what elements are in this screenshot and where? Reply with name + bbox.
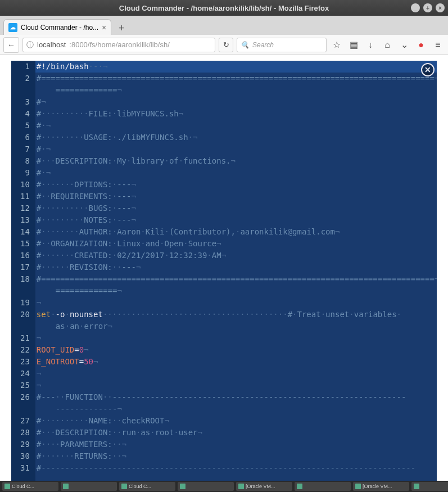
code-area[interactable]: #!/bin/bash·-·¬#========================… xyxy=(35,61,437,481)
line-number: 10 xyxy=(19,179,30,191)
code-line[interactable]: #=======================================… xyxy=(35,273,437,285)
line-number: 15 xyxy=(19,238,30,250)
code-line-wrap[interactable]: -------------¬ xyxy=(35,403,437,415)
taskbar-item[interactable] xyxy=(411,482,448,491)
tab-close-icon[interactable]: × xyxy=(102,23,106,32)
code-line[interactable]: #·······RETURNS:··¬ xyxy=(35,450,437,462)
code-line[interactable]: #·¬ xyxy=(35,143,437,155)
line-number: 26 xyxy=(19,391,30,403)
code-line[interactable]: #·······OPTIONS:·---¬ xyxy=(35,179,437,191)
code-line[interactable]: #··········NAME:··checkROOT¬ xyxy=(35,415,437,427)
menu-icon[interactable]: ≡ xyxy=(431,38,445,52)
line-number: 29 xyxy=(19,439,30,450)
code-line[interactable]: ¬ xyxy=(35,297,437,309)
search-icon: 🔍 xyxy=(241,41,249,49)
code-line[interactable]: #!/bin/bash·-·¬ xyxy=(35,61,437,73)
code-line-wrap[interactable]: =============¬ xyxy=(35,285,437,297)
code-line[interactable]: E_NOTROOT=50¬ xyxy=(35,356,437,368)
code-line[interactable]: ¬ xyxy=(35,380,437,391)
taskbar-app-icon xyxy=(63,484,69,489)
line-number: 16 xyxy=(19,250,30,261)
search-placeholder: Search xyxy=(252,41,274,49)
window-controls: _ + × xyxy=(411,3,445,12)
line-number: 14 xyxy=(19,226,30,238)
taskbar-app-icon xyxy=(414,484,419,489)
os-taskbar: Cloud C...Cloud C...[Oracle VM...[Oracle… xyxy=(0,481,448,492)
line-number: 4 xyxy=(19,108,30,120)
code-line[interactable]: #·········USAGE:·./libMYFUNCS.sh·¬ xyxy=(35,132,437,143)
taskbar-app-icon xyxy=(238,484,244,489)
taskbar-item[interactable] xyxy=(295,482,351,491)
taskbar-item[interactable]: [Oracle VM... xyxy=(236,482,292,491)
taskbar-item[interactable]: Cloud C... xyxy=(2,482,58,491)
url-host: localhost xyxy=(37,40,66,49)
viewer-close-button[interactable]: ✕ xyxy=(421,63,435,76)
code-line-wrap[interactable]: as·an·error¬ xyxy=(35,321,437,332)
taskbar-item[interactable]: [Oracle VM... xyxy=(353,482,409,491)
taskbar-item-label: [Oracle VM... xyxy=(246,484,275,489)
code-line[interactable]: #·········NOTES:·---¬ xyxy=(35,214,437,226)
code-line[interactable]: #··········BUGS:·---¬ xyxy=(35,202,437,214)
code-line[interactable]: #····PARAMETERS:··¬ xyxy=(35,439,437,450)
code-line[interactable]: #·······CREATED:·02/21/2017·12:32:39·AM¬ xyxy=(35,250,437,261)
code-line[interactable]: ¬ xyxy=(35,368,437,380)
code-line[interactable]: #·¬ xyxy=(35,120,437,132)
line-number: 5 xyxy=(19,120,30,132)
line-number: 1 xyxy=(19,61,30,73)
line-number: 19 xyxy=(19,297,30,309)
taskbar-item[interactable]: Cloud C... xyxy=(119,482,175,491)
downloads-icon[interactable]: ↓ xyxy=(364,38,377,52)
code-line[interactable]: #·¬ xyxy=(35,167,437,179)
line-number-gutter: 1234567891011121314151617181920212223242… xyxy=(11,61,35,481)
maximize-button[interactable]: + xyxy=(423,3,432,12)
back-button[interactable]: ← xyxy=(3,37,19,53)
code-editor[interactable]: 1234567891011121314151617181920212223242… xyxy=(11,61,437,481)
line-number: 13 xyxy=(19,214,30,226)
pocket-icon[interactable]: ⌄ xyxy=(397,38,411,52)
taskbar-item-label: Cloud C... xyxy=(129,484,151,489)
taskbar-app-icon xyxy=(4,484,10,489)
code-line[interactable]: set·-o·nounset··························… xyxy=(35,309,437,321)
taskbar-app-icon xyxy=(121,484,127,489)
taskbar-item[interactable] xyxy=(178,482,234,491)
code-line[interactable]: #··ORGANIZATION:·Linux·and·Open·Source¬ xyxy=(35,238,437,250)
code-line[interactable]: #¬ xyxy=(35,96,437,108)
line-number: 28 xyxy=(19,427,30,439)
code-line[interactable]: #······REVISION:··---¬ xyxy=(35,261,437,273)
reload-button[interactable]: ↻ xyxy=(219,38,233,52)
code-line-wrap[interactable]: =============¬ xyxy=(35,84,437,96)
line-number: 11 xyxy=(19,191,30,202)
taskbar-item-label: [Oracle VM... xyxy=(363,484,392,489)
url-input[interactable]: ⓘ localhost:8000/fs/home/aaronkilik/lib/… xyxy=(22,38,215,52)
taskbar-item[interactable] xyxy=(61,482,117,491)
bookmark-star-icon[interactable]: ☆ xyxy=(330,38,343,52)
line-number: 3 xyxy=(19,96,30,108)
code-line[interactable]: #=======================================… xyxy=(35,73,437,84)
code-line[interactable]: #··········FILE:·libMYFUNCS.sh¬ xyxy=(35,108,437,120)
minimize-button[interactable]: _ xyxy=(411,3,420,12)
tab-favicon-icon: ☁ xyxy=(8,23,17,32)
code-line[interactable]: #··REQUIREMENTS:·---¬ xyxy=(35,191,437,202)
close-button[interactable]: × xyxy=(436,3,445,12)
browser-window: Cloud Commander - /home/aaronkilik/lib/s… xyxy=(0,0,448,492)
home-icon[interactable]: ⌂ xyxy=(381,38,394,52)
line-number: 31 xyxy=(19,462,30,474)
pinterest-icon[interactable]: ● xyxy=(414,38,428,52)
site-info-icon[interactable]: ⓘ xyxy=(26,40,34,50)
line-number: 9 xyxy=(19,167,30,179)
code-line[interactable]: #---------------------------------------… xyxy=(35,462,437,474)
file-viewer: ✕ 12345678910111213141516171819202122232… xyxy=(11,61,437,481)
url-toolbar: ← ⓘ localhost:8000/fs/home/aaronkilik/li… xyxy=(0,35,448,55)
code-line[interactable]: #········AUTHOR:·Aaron·Kili·(Contributor… xyxy=(35,226,437,238)
code-line[interactable]: ROOT_UID=0¬ xyxy=(35,344,437,356)
taskbar-app-icon xyxy=(297,484,302,489)
code-line[interactable]: #···DESCRIPTION:··run·as·root·user¬ xyxy=(35,427,437,439)
code-line[interactable]: #---··FUNCTION··------------------------… xyxy=(35,391,437,403)
reader-view-icon[interactable]: ▤ xyxy=(347,38,360,52)
new-tab-button[interactable]: + xyxy=(114,21,129,35)
browser-tab[interactable]: ☁ Cloud Commander - /ho... × xyxy=(3,19,111,35)
search-input[interactable]: 🔍 Search xyxy=(237,38,327,52)
line-number: 27 xyxy=(19,415,30,427)
code-line[interactable]: #···DESCRIPTION:·My·library·of·functions… xyxy=(35,155,437,167)
code-line[interactable]: ¬ xyxy=(35,332,437,344)
